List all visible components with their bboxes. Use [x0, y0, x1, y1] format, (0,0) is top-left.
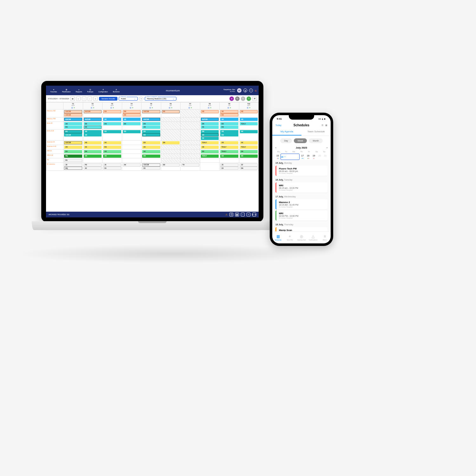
doc-icon[interactable]: ▤ [188, 107, 190, 109]
shift-chip[interactable]: TH [181, 163, 199, 167]
agenda-event[interactable]: Fluoro Tech PM06:00 am - 08:00 pmSt Jone… [275, 166, 327, 176]
schedule-cell[interactable] [122, 154, 142, 158]
doc-icon[interactable]: ▤ [228, 107, 229, 109]
doc-icon[interactable]: ▤ [149, 107, 151, 109]
doc-icon[interactable]: ▤ [110, 107, 112, 109]
schedule-cell[interactable] [181, 117, 200, 122]
shift-chip[interactable]: AUCUN [64, 113, 82, 116]
schedule-cell[interactable]: AB [102, 149, 122, 154]
agenda-list[interactable]: 15 July, MondayFluoro Tech PM06:00 am - … [272, 160, 331, 231]
schedule-cell[interactable] [181, 149, 200, 154]
shift-chip[interactable]: DN [240, 150, 258, 153]
schedule-cell[interactable] [161, 149, 181, 154]
shift-chip[interactable]: TDALY [240, 122, 258, 125]
shift-chip[interactable]: AK [201, 126, 219, 129]
shift-chip[interactable]: DN [220, 126, 238, 129]
schedule-cell[interactable]: DN [142, 154, 161, 158]
shift-chip[interactable]: TDALY [220, 146, 238, 149]
schedule-cell[interactable] [142, 158, 161, 163]
shift-chip[interactable]: AB [123, 118, 141, 121]
schedule-cell[interactable] [200, 158, 220, 163]
schedule-cell[interactable]: AK [142, 149, 161, 154]
shift-chip[interactable]: DD [64, 130, 82, 133]
shift-chip[interactable]: DN [142, 122, 160, 125]
doc-icon[interactable]: ▤ [91, 107, 92, 109]
calendar-day[interactable]: 21 [322, 154, 328, 160]
doc-icon[interactable]: ▤ [247, 107, 248, 109]
shift-chip[interactable]: AUCUN [64, 118, 82, 121]
schedule-cell[interactable] [122, 145, 142, 149]
swap-button[interactable]: ⇄ [252, 96, 257, 101]
logout-icon[interactable]: ⎋ [255, 89, 257, 92]
next-month-button[interactable]: » [93, 96, 98, 101]
schedule-cell[interactable]: AB [200, 109, 220, 117]
shift-chip[interactable]: PD [84, 163, 102, 167]
shift-chip[interactable]: TDALY [201, 155, 219, 158]
add-icon[interactable]: ⊕ [171, 107, 172, 109]
shift-chip[interactable]: AB [84, 141, 102, 144]
schedule-cell[interactable]: TDALY [220, 149, 239, 154]
schedule-cell[interactable]: PDJD [83, 163, 102, 171]
current-week-button[interactable]: Semaine Actuelle [99, 97, 118, 101]
shift-chip[interactable]: AUCUN [84, 118, 102, 121]
calendar-day[interactable]: 18 [305, 154, 311, 160]
shift-chip[interactable]: JS [103, 163, 121, 167]
schedule-cell[interactable]: AB [220, 141, 239, 145]
schedule-cell[interactable]: AK [122, 163, 142, 171]
doc-icon[interactable]: ▤ [169, 107, 170, 109]
filter-icon[interactable]: ▽ [139, 96, 143, 101]
schedule-cell[interactable]: DNAB [142, 122, 161, 129]
schedule-cell[interactable]: DD [142, 141, 161, 145]
schedule-cell[interactable] [161, 158, 181, 163]
calendar-day[interactable]: 20 [317, 154, 322, 160]
schedule-cell[interactable] [181, 129, 200, 141]
schedule-cell[interactable] [181, 141, 200, 145]
day-header[interactable]: 7/1MON▤⊕ [63, 102, 83, 109]
schedule-cell[interactable]: TDALY [239, 145, 259, 149]
calendar-day[interactable]: 16 [281, 154, 300, 160]
schedule-cell[interactable]: DD [161, 163, 181, 171]
shift-chip[interactable]: AUCUN [64, 133, 82, 136]
shift-chip[interactable]: DD [220, 155, 238, 158]
nav-politique[interactable]: ▤Politique [85, 88, 96, 94]
schedule-cell[interactable]: TDALY [200, 141, 220, 145]
shift-chip[interactable]: DD [142, 141, 160, 144]
schedule-cell[interactable]: AK [142, 145, 161, 149]
nav-bioadmin[interactable]: ◔BioAdmin [110, 88, 122, 94]
shift-chip[interactable]: AK [142, 150, 160, 153]
shift-chip[interactable]: DD [162, 163, 180, 167]
refresh-button[interactable]: ↻ [235, 96, 240, 101]
schedule-cell[interactable] [161, 117, 181, 122]
doc-icon[interactable]: ▤ [71, 107, 73, 109]
schedule-cell[interactable]: DD [220, 154, 239, 158]
add-icon[interactable]: ⊕ [113, 107, 114, 109]
warning-icon[interactable]: ⚠ [225, 213, 228, 216]
shift-chip[interactable]: JD [240, 163, 258, 167]
calendar-icon[interactable]: ▦ [325, 124, 327, 127]
agenda-event[interactable]: Mammo 210:15 AM - 01:45 PMSt Jones Hospi… [275, 199, 327, 209]
schedule-cell[interactable]: AUCUN [142, 117, 161, 122]
shift-chip[interactable]: DN [103, 122, 121, 125]
nav-configuration[interactable]: ⚙Configuration [96, 88, 110, 94]
shift-chip[interactable]: AUCUN [142, 163, 160, 167]
shift-chip[interactable]: DD [64, 150, 82, 153]
day-header[interactable]: 7/9TUE▤⊕ [220, 102, 239, 109]
fit-width-icon[interactable]: ⇤⇥ [252, 213, 256, 216]
shift-chip[interactable]: DD [142, 130, 160, 133]
shift-chip[interactable]: AB [84, 133, 102, 136]
shift-chip[interactable]: AK [201, 137, 219, 140]
shift-chip[interactable]: AUCUN [84, 110, 102, 113]
zoom-in-icon[interactable]: + [247, 213, 250, 216]
prev-month-button[interactable]: ‹ [275, 146, 276, 149]
shift-chip[interactable]: AB [103, 150, 121, 153]
next-button[interactable]: › [88, 96, 92, 101]
shift-chip[interactable]: SS [220, 167, 238, 170]
doc-icon[interactable]: ▤ [208, 107, 209, 109]
schedule-grid[interactable]: 7/1MON▤⊕7/2TUE▤⊕7/3WED▤⊕7/4THU▤⊕7/5FRI▤⊕… [46, 102, 259, 212]
shift-chip[interactable]: DN [84, 150, 102, 153]
day-header[interactable]: 7/5FRI▤⊕ [142, 102, 161, 109]
shift-chip[interactable]: AK [142, 146, 160, 149]
shift-chip[interactable]: AUCUN [64, 110, 82, 113]
add-icon[interactable]: ⊕ [132, 107, 133, 109]
prev-month-button[interactable]: « [76, 96, 81, 101]
